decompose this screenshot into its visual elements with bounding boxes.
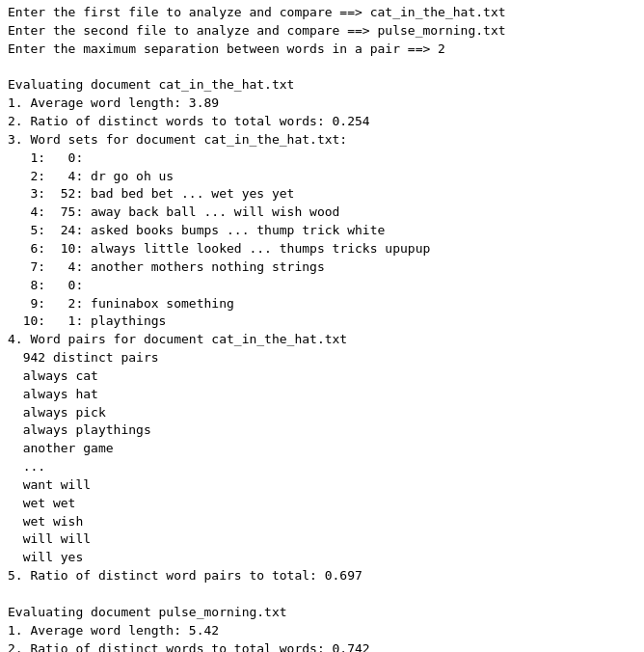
terminal-output: Enter the first file to analyze and comp…: [8, 4, 636, 652]
